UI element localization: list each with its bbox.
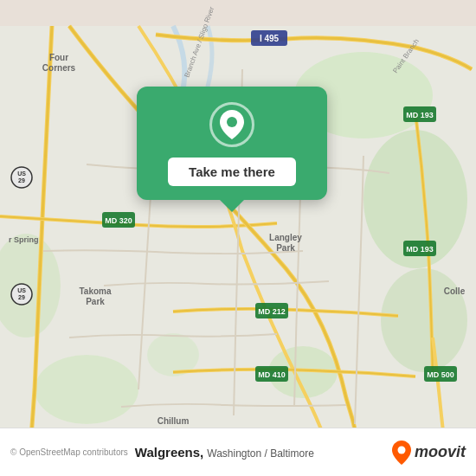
svg-text:MD 320: MD 320 [105,216,132,225]
map-container: I 495 US 29 US 29 MD 320 MD 193 MD 193 M… [0,0,476,476]
svg-text:29: 29 [18,177,25,183]
svg-text:MD 500: MD 500 [427,370,454,379]
popup-card: Take me there [137,87,327,200]
svg-point-3 [381,268,467,372]
moovit-pin-icon [392,441,411,465]
svg-text:Corners: Corners [42,63,76,73]
svg-text:US: US [17,287,26,293]
svg-text:MD 193: MD 193 [406,111,434,119]
svg-text:Four: Four [49,53,68,62]
svg-point-40 [397,446,405,453]
location-pin-icon [220,110,244,139]
take-me-there-button[interactable]: Take me there [168,158,296,186]
svg-text:I 495: I 495 [260,34,280,43]
svg-text:MD 193: MD 193 [406,245,434,254]
pin-icon-wrap [209,102,254,147]
svg-text:r Spring: r Spring [9,235,39,244]
map-background: I 495 US 29 US 29 MD 320 MD 193 MD 193 M… [0,0,476,476]
bottom-bar: © OpenStreetMap contributors Walgreens, … [0,428,476,476]
moovit-text: moovit [415,443,466,461]
place-location: Washington / Baltimore [207,447,314,460]
svg-point-5 [35,355,138,424]
svg-text:MD 410: MD 410 [258,370,286,379]
bottom-title-area: Walgreens, Washington / Baltimore [135,445,392,460]
svg-text:Park: Park [276,243,295,253]
place-name: Walgreens, [135,445,203,460]
svg-text:MD 212: MD 212 [258,307,286,316]
svg-text:Park: Park [86,297,105,306]
attribution-text: © OpenStreetMap contributors [10,447,128,457]
svg-text:29: 29 [18,294,25,300]
svg-text:Takoma: Takoma [79,286,111,296]
svg-text:Chillum: Chillum [158,416,190,426]
svg-text:US: US [17,170,26,177]
svg-text:Langley: Langley [269,233,302,242]
moovit-logo: moovit [392,441,466,465]
svg-text:Colle: Colle [444,286,466,296]
svg-point-39 [227,117,237,127]
